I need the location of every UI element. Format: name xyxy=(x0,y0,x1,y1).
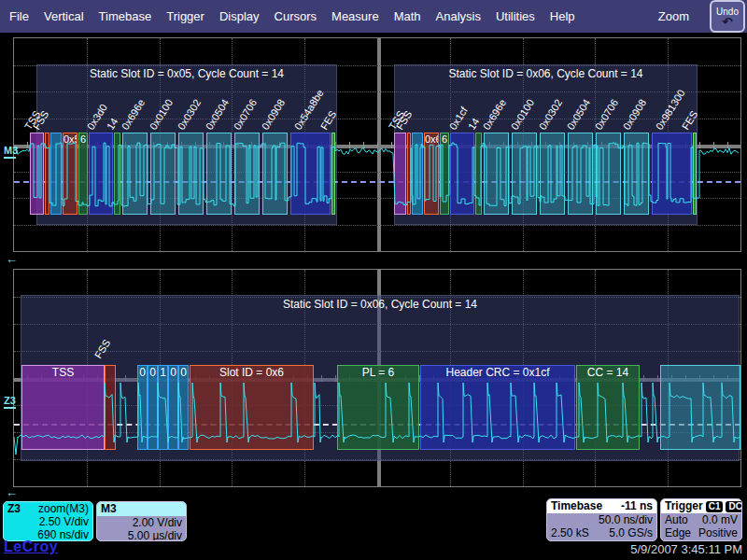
menu-item-cursors[interactable]: Cursors xyxy=(275,9,317,23)
menu-item-zoom[interactable]: Zoom xyxy=(658,9,689,23)
waveform-trace xyxy=(14,270,740,486)
timebase-perdiv: 50.0 ns/div xyxy=(547,513,656,526)
menu-item-trigger[interactable]: Trigger xyxy=(166,9,204,23)
z3-vdiv: 2.50 V/div xyxy=(4,515,92,528)
undo-button[interactable]: Undo ↶ xyxy=(710,0,745,33)
trace-label-z3[interactable]: Z3 xyxy=(4,395,16,409)
timebase-offset: -11 ns xyxy=(621,499,653,513)
scroll-left-icon-bottom[interactable]: ← xyxy=(6,488,18,497)
timebase-rate: 5.0 GS/s xyxy=(609,526,653,539)
undo-icon: ↶ xyxy=(723,17,733,27)
menu-item-display[interactable]: Display xyxy=(219,9,260,23)
m3-vdiv: 2.00 V/div xyxy=(97,516,186,529)
top-grid: Static Slot ID = 0x05, Cycle Count = 140… xyxy=(13,37,741,252)
trigger-mode: Auto xyxy=(665,513,688,526)
menu-item-utilities[interactable]: Utilities xyxy=(496,9,535,23)
trigger-title: Trigger xyxy=(665,499,703,513)
menu-bar: FileVerticalTimebaseTriggerDisplayCursor… xyxy=(0,0,747,33)
zoom-trace-descriptor[interactable]: Z3zoom(M3) 2.50 V/div 690 ns/div xyxy=(3,501,93,541)
trigger-source-badge: C1 xyxy=(706,501,724,512)
datetime-label: 5/9/2007 3:45:11 PM xyxy=(630,542,742,556)
trigger-type: Edge xyxy=(665,526,691,539)
m3-name: M3 xyxy=(101,502,117,516)
menu-item-analysis[interactable]: Analysis xyxy=(436,9,481,23)
trigger-level: 0.0 mV xyxy=(702,513,738,526)
bottom-grid: Static Slot ID = 0x06, Cycle Count = 14T… xyxy=(13,269,741,487)
menu-item-measure[interactable]: Measure xyxy=(331,9,379,23)
trigger-coupling-badge: DC xyxy=(726,501,742,512)
menu-item-timebase[interactable]: Timebase xyxy=(99,9,152,23)
m3-tdiv: 5.00 µs/div xyxy=(97,529,186,541)
timebase-samples: 2.50 kS xyxy=(551,526,589,539)
trigger-slope: Positive xyxy=(698,526,738,539)
menu-item-file[interactable]: File xyxy=(9,9,29,23)
scroll-left-icon-top[interactable]: ← xyxy=(6,255,18,264)
lecroy-logo: LeCroy xyxy=(4,539,58,555)
timebase-descriptor[interactable]: Timebase-11 ns 50.0 ns/div 2.50 kS5.0 GS… xyxy=(546,498,657,541)
math-trace-descriptor[interactable]: M3 2.00 V/div 5.00 µs/div xyxy=(96,501,187,541)
z3-name: Z3 xyxy=(7,502,21,515)
waveform-trace xyxy=(14,38,740,251)
menu-item-math[interactable]: Math xyxy=(394,9,421,23)
menu-item-vertical[interactable]: Vertical xyxy=(44,9,84,23)
menu-item-help[interactable]: Help xyxy=(550,9,575,23)
trace-label-m3[interactable]: M3 xyxy=(4,145,18,159)
timebase-title: Timebase xyxy=(551,499,602,513)
trigger-descriptor[interactable]: Trigger C1 DC Auto0.0 mV EdgePositive xyxy=(660,498,742,541)
z3-desc: zoom(M3) xyxy=(38,502,89,515)
